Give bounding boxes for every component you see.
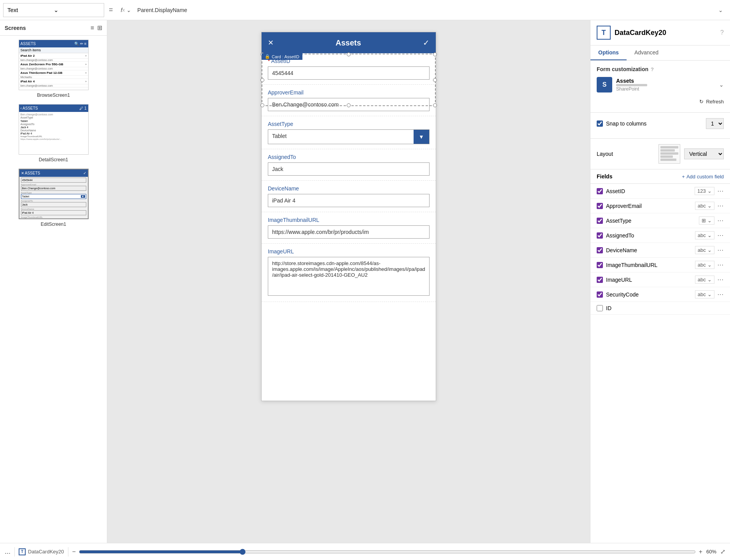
formula-input[interactable] (137, 3, 715, 17)
field-check-assetid[interactable] (597, 188, 603, 194)
add-field-button[interactable]: + Add custom field (682, 174, 724, 180)
field-more-approveremail[interactable]: ··· (718, 202, 724, 209)
field-type-approveremail[interactable]: abc ⌄ (695, 202, 714, 210)
field-more-devicename[interactable]: ··· (718, 247, 724, 254)
layout-line-1 (660, 146, 678, 148)
panel-help-icon[interactable]: ? (720, 29, 724, 36)
bottom-card-info[interactable]: T DataCardKey20 (19, 548, 64, 555)
phone-frame: 🔒 Card : AssetID ✕ Assets ✓ (261, 32, 436, 401)
field-check-imageurl[interactable] (597, 277, 603, 283)
field-more-assignedto[interactable]: ··· (718, 232, 724, 239)
datasource-icon: S (597, 77, 612, 92)
bottom-slider-area: − + (72, 548, 702, 555)
fields-title: Fields (597, 173, 682, 180)
close-icon[interactable]: ✕ (268, 38, 274, 47)
field-more-imagethumbnailurl[interactable]: ··· (718, 262, 724, 269)
field-input-imagethumbnailurl[interactable] (268, 225, 430, 239)
card-badge-label: Card : AssetID (272, 54, 299, 59)
bottom-plus-button[interactable]: + (699, 548, 702, 555)
field-row-approveremail: ApproverEmail abc ⌄ ··· (590, 199, 730, 213)
field-type-chevron-dn: ⌄ (707, 247, 712, 253)
field-check-id[interactable] (597, 305, 603, 311)
datasource-icon-letters: S (603, 81, 607, 88)
tabs-row: Options Advanced (590, 45, 730, 61)
phone-header: ✕ Assets ✓ (262, 32, 436, 53)
field-input-assignedto[interactable] (268, 162, 430, 176)
field-type-devicename[interactable]: abc ⌄ (695, 246, 714, 254)
field-row-securitycode: SecurityCode abc ⌄ ··· (590, 287, 730, 302)
panel-icon-box: T (597, 26, 611, 40)
field-input-assetid[interactable] (268, 66, 430, 80)
screen-thumbnail-detail: ‹ ASSETS🖊 1 Ben.change@contoso.com Asset… (19, 104, 89, 155)
field-more-securitycode[interactable]: ··· (718, 291, 724, 298)
grid-view-icon[interactable]: ⊞ (97, 24, 102, 31)
screen-thumbnail-browse: ASSETS 🔍 ✏ ≡ Search items iPad Air 2› be… (19, 40, 89, 90)
field-check-imagethumbnailurl[interactable] (597, 262, 603, 268)
snap-select[interactable]: 1 2 3 4 (706, 118, 724, 129)
field-name-assignedto: AssignedTo (606, 232, 692, 239)
field-dropdown-text-assettype: Tablet (268, 130, 414, 144)
layout-dropdown[interactable]: Vertical Horizontal (684, 148, 724, 159)
field-input-devicename[interactable] (268, 194, 430, 207)
fx-chevron: ⌄ (126, 7, 131, 13)
field-name-imageurl: ImageURL (606, 277, 692, 283)
field-check-devicename[interactable] (597, 247, 603, 253)
field-dropdown-btn-assettype[interactable]: ▼ (414, 130, 429, 144)
screen-label-browse: BrowseScreen1 (37, 92, 70, 98)
equals-symbol: = (107, 6, 115, 14)
card-badge: 🔒 Card : AssetID (262, 53, 302, 60)
field-check-securitycode[interactable] (597, 291, 603, 298)
layout-line-5 (660, 159, 676, 161)
layout-line-4 (660, 155, 673, 158)
right-panel: T DataCardKey20 ? Options Advanced Form … (590, 20, 730, 543)
field-type-chevron-iu: ⌄ (707, 277, 712, 283)
field-type-imagethumbnailurl[interactable]: abc ⌄ (695, 261, 714, 269)
bottom-zoom-slider[interactable] (79, 549, 696, 555)
field-more-assettype[interactable]: ··· (718, 217, 724, 224)
screen-item-edit[interactable]: ✕ ASSETS✓ 4545444 ApproverEmail Ben.Chan… (4, 169, 103, 227)
field-type-assetid[interactable]: 123 ⌄ (695, 187, 714, 195)
screens-title: Screens (5, 25, 91, 31)
form-cust-help-icon[interactable]: ? (651, 66, 654, 72)
field-name-assettype: AssetType (606, 218, 696, 224)
check-icon[interactable]: ✓ (423, 38, 430, 47)
list-view-icon[interactable]: ≡ (91, 24, 94, 31)
screen-thumbnail-edit: ✕ ASSETS✓ 4545444 ApproverEmail Ben.Chan… (19, 169, 89, 219)
bottom-more-button[interactable]: ... (5, 548, 10, 556)
field-row-assignedto: AssignedTo abc ⌄ ··· (590, 228, 730, 243)
field-check-approveremail[interactable] (597, 203, 603, 209)
field-input-approveremail[interactable] (268, 98, 430, 111)
screens-icons: ≡ ⊞ (91, 24, 102, 31)
field-more-imageurl[interactable]: ··· (718, 276, 724, 283)
fx-button[interactable]: f x ⌄ (118, 7, 134, 13)
form-field-imagethumbnailurl: ImageThumbnailURL (262, 212, 436, 244)
bottom-minus-button[interactable]: − (72, 548, 76, 555)
field-textarea-imageurl[interactable]: http://store.storeimages.cdn-apple.com/8… (268, 257, 430, 296)
bottom-expand-icon[interactable]: ⤢ (720, 548, 725, 555)
screen-item-detail[interactable]: ‹ ASSETS🖊 1 Ben.change@contoso.com Asset… (4, 104, 103, 162)
bottom-card-icon: T (19, 548, 26, 555)
screens-list: ASSETS 🔍 ✏ ≡ Search items iPad Air 2› be… (0, 36, 107, 543)
formula-chevron[interactable]: ⌄ (718, 7, 727, 13)
field-label-assettype: AssetType (268, 121, 430, 127)
field-type-securitycode[interactable]: abc ⌄ (695, 290, 714, 298)
field-more-assetid[interactable]: ··· (718, 188, 724, 195)
field-type-assignedto[interactable]: abc ⌄ (695, 231, 714, 239)
phone-body: AssetID ApproverEmail AssetType Tablet ▼ (262, 53, 436, 302)
type-selector[interactable]: Text ⌄ (3, 3, 104, 17)
screen-item-browse[interactable]: ASSETS 🔍 ✏ ≡ Search items iPad Air 2› be… (4, 40, 103, 98)
field-check-assignedto[interactable] (597, 232, 603, 239)
field-type-assettype[interactable]: ⊞ ⌄ (699, 216, 714, 225)
layout-select-row: Vertical Horizontal (684, 148, 724, 159)
tab-options[interactable]: Options (590, 45, 627, 60)
fx-x: x (122, 7, 125, 13)
form-customization-title: Form customization ? (597, 66, 724, 72)
tab-advanced[interactable]: Advanced (627, 45, 666, 60)
datasource-chevron[interactable]: ⌄ (719, 82, 724, 88)
refresh-button[interactable]: ↻ Refresh (597, 96, 724, 107)
phone-title: Assets (335, 38, 361, 47)
snap-checkbox[interactable] (597, 120, 603, 127)
field-check-assettype[interactable] (597, 218, 603, 224)
field-name-devicename: DeviceName (606, 247, 692, 253)
field-type-imageurl[interactable]: abc ⌄ (695, 276, 714, 284)
